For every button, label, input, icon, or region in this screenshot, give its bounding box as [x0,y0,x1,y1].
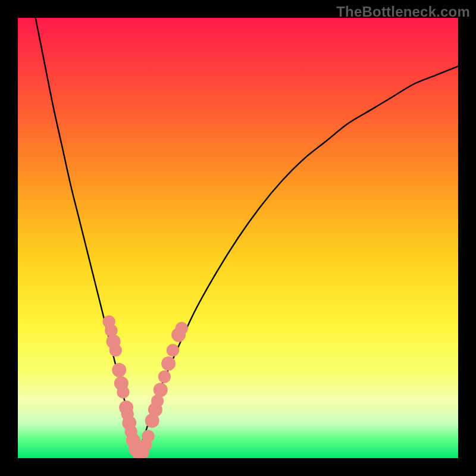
watermark-text: TheBottleneck.com [336,4,470,20]
plot-area [18,18,458,458]
bead-point [176,322,188,334]
chart-frame: TheBottleneck.com [0,0,476,476]
bead-point [117,386,129,398]
bead-point [161,356,176,371]
bead-point [158,370,171,383]
curve-svg [18,18,458,458]
sample-beads [103,315,188,458]
bottleneck-curve [36,18,458,454]
bead-point [109,344,122,356]
bead-point [112,363,126,377]
bead-point [154,383,168,397]
bead-point [167,344,179,356]
bead-point [142,430,154,442]
